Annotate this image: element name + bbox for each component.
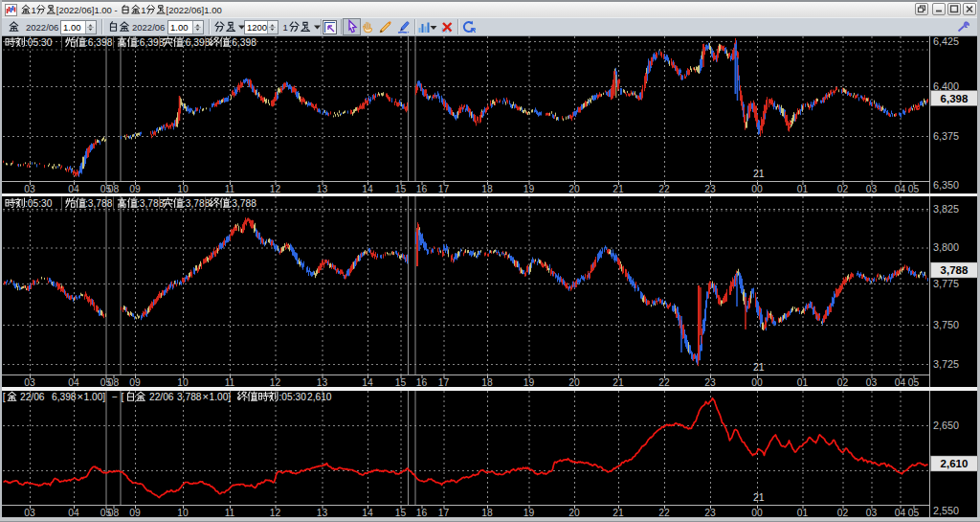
svg-text:[2022/06]1.00 -: [2022/06]1.00 - <box>56 5 118 15</box>
svg-text:09: 09 <box>129 377 141 388</box>
svg-text:12: 12 <box>270 508 281 518</box>
svg-text:10: 10 <box>177 377 189 388</box>
svg-text:19: 19 <box>523 508 535 518</box>
svg-text::6,398: :6,398 <box>85 37 113 48</box>
svg-text:02: 02 <box>837 377 849 388</box>
svg-text:19: 19 <box>523 184 535 194</box>
svg-text:03: 03 <box>866 508 878 518</box>
svg-text::6,398: :6,398 <box>230 37 257 48</box>
svg-text::05:30: :05:30 <box>25 37 53 48</box>
svg-text:04: 04 <box>895 377 906 388</box>
svg-text:3,750: 3,750 <box>933 319 959 330</box>
svg-text:2,610: 2,610 <box>307 392 332 402</box>
svg-text:04: 04 <box>68 184 79 194</box>
svg-text:17: 17 <box>438 184 450 194</box>
svg-text:15: 15 <box>395 184 407 194</box>
svg-text:04: 04 <box>68 377 79 388</box>
svg-text:21: 21 <box>753 168 765 179</box>
svg-text:14: 14 <box>362 184 373 194</box>
svg-text:11: 11 <box>225 377 235 388</box>
svg-text:03: 03 <box>866 184 878 194</box>
svg-text:6,375: 6,375 <box>933 130 959 142</box>
svg-text:[2022/06]1.00: [2022/06]1.00 <box>167 5 222 15</box>
svg-text:04: 04 <box>68 508 79 518</box>
svg-text:13: 13 <box>317 508 328 518</box>
svg-text:10: 10 <box>177 184 189 194</box>
svg-text::3,788: :3,788 <box>85 198 113 209</box>
svg-text:1: 1 <box>283 22 288 33</box>
svg-text:00: 00 <box>751 377 763 388</box>
svg-text:03: 03 <box>24 508 35 518</box>
svg-text:21: 21 <box>753 491 765 503</box>
svg-text:11: 11 <box>225 184 235 194</box>
svg-text:1200: 1200 <box>247 22 267 33</box>
svg-text:08: 08 <box>108 377 120 388</box>
svg-text:3,725: 3,725 <box>933 358 959 370</box>
svg-text:01: 01 <box>797 508 809 518</box>
svg-text:×: × <box>78 391 83 402</box>
svg-text:12: 12 <box>270 377 281 388</box>
svg-text:22: 22 <box>658 184 670 194</box>
svg-text:14: 14 <box>362 508 373 518</box>
svg-text:3,775: 3,775 <box>933 278 959 289</box>
svg-text:1: 1 <box>32 5 36 15</box>
svg-text:3,825: 3,825 <box>933 203 959 215</box>
svg-text:1: 1 <box>141 5 145 15</box>
svg-text:04: 04 <box>895 508 906 518</box>
svg-text:20: 20 <box>568 377 580 388</box>
svg-text:05: 05 <box>908 377 920 388</box>
svg-text:18: 18 <box>481 377 493 388</box>
svg-text:15: 15 <box>395 377 407 388</box>
svg-text:1.00: 1.00 <box>170 22 189 33</box>
svg-text:2022/06: 2022/06 <box>132 22 165 33</box>
svg-text:02: 02 <box>837 508 849 518</box>
svg-text:23: 23 <box>704 184 716 194</box>
svg-text:22/06: 22/06 <box>20 392 45 402</box>
svg-text:×: × <box>203 391 209 402</box>
svg-text:09: 09 <box>129 508 141 518</box>
svg-text:21: 21 <box>612 508 624 518</box>
svg-text:00: 00 <box>751 508 763 518</box>
svg-text:13: 13 <box>317 377 328 388</box>
svg-text:14: 14 <box>362 377 373 388</box>
svg-text:2,650: 2,650 <box>933 420 959 431</box>
svg-text:02: 02 <box>837 184 849 194</box>
svg-text:01: 01 <box>797 184 809 194</box>
svg-text:6,398: 6,398 <box>52 392 77 402</box>
svg-text:05: 05 <box>908 508 920 518</box>
svg-text:3,800: 3,800 <box>933 241 959 253</box>
svg-text::6,398: :6,398 <box>137 37 165 48</box>
svg-text:6,350: 6,350 <box>933 179 959 191</box>
svg-text:2,610: 2,610 <box>941 458 969 469</box>
svg-text:21: 21 <box>753 361 765 373</box>
svg-text:03: 03 <box>24 377 35 388</box>
svg-text:18: 18 <box>481 508 493 518</box>
svg-text:19: 19 <box>523 377 535 388</box>
svg-text:6,400: 6,400 <box>933 80 959 92</box>
svg-text::05:30: :05:30 <box>25 198 53 209</box>
svg-text:1.00: 1.00 <box>63 22 81 33</box>
svg-text:22: 22 <box>658 377 670 388</box>
svg-text:01: 01 <box>797 377 809 388</box>
svg-text:12: 12 <box>270 184 281 194</box>
svg-text::3,788: :3,788 <box>137 198 165 209</box>
svg-text:21: 21 <box>612 377 624 388</box>
svg-text:1.00]: 1.00] <box>210 392 232 402</box>
svg-text:15: 15 <box>395 508 407 518</box>
svg-text:08: 08 <box>108 508 120 518</box>
svg-text:22/06: 22/06 <box>149 392 174 402</box>
svg-text:[: [ <box>3 392 6 402</box>
svg-text::3,788: :3,788 <box>230 198 257 209</box>
svg-text::05:30: :05:30 <box>279 392 307 402</box>
svg-text:23: 23 <box>704 508 716 518</box>
svg-text:00: 00 <box>751 184 763 194</box>
svg-text:05: 05 <box>908 184 920 194</box>
svg-text:2,550: 2,550 <box>933 505 959 516</box>
svg-text:20: 20 <box>568 184 580 194</box>
svg-text:17: 17 <box>438 508 450 518</box>
svg-text:11: 11 <box>225 508 235 518</box>
svg-text:04: 04 <box>895 184 906 194</box>
svg-text:08: 08 <box>108 184 120 194</box>
svg-text:[: [ <box>122 392 124 402</box>
svg-text:03: 03 <box>866 377 878 388</box>
